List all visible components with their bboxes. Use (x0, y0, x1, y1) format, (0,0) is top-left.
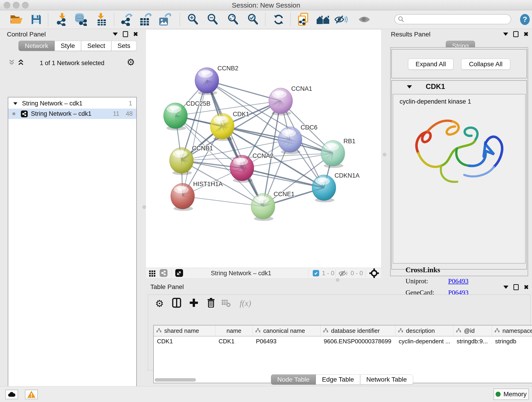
collapse-all-button[interactable]: Collapse All (461, 59, 510, 70)
results-buttons-box: Expand All Collapse All (391, 49, 527, 78)
search-input[interactable] (404, 16, 503, 23)
collection-expand-icon[interactable] (13, 102, 17, 105)
panel-float-icon[interactable] (123, 31, 128, 37)
column-header-name[interactable]: name (215, 325, 253, 336)
bottom-splitter-handle[interactable] (336, 278, 339, 282)
crosslinks-title: CrossLinks (405, 266, 525, 274)
tab-select[interactable]: Select (81, 41, 111, 51)
expand-all-button[interactable]: Expand All (408, 59, 453, 70)
search-field[interactable] (394, 14, 511, 24)
show-columns-icon[interactable] (172, 298, 181, 309)
create-column-icon[interactable] (189, 298, 198, 308)
column-header-shared-name[interactable]: shared name (154, 325, 215, 336)
open-in-window-icon[interactable] (175, 269, 183, 277)
protein-detail-box: cyclin-dependent kinase 1 CrossL (393, 94, 526, 264)
cloud-status-button[interactable] (5, 390, 18, 399)
network-node-CDKN1A[interactable]: CDKN1A (312, 172, 360, 202)
tab-sets[interactable]: Sets (111, 41, 137, 51)
column-header--id[interactable]: @id (453, 325, 492, 336)
main-toolbar: ? (0, 10, 532, 29)
table-horizontal-scrollbar[interactable] (155, 378, 196, 382)
tab-network[interactable]: Network (19, 41, 55, 51)
export-image-icon[interactable] (158, 13, 171, 26)
zoom-out-icon[interactable] (207, 13, 218, 26)
right-splitter-handle[interactable] (383, 153, 386, 156)
network-share-icon[interactable] (160, 269, 167, 277)
tab-network-table[interactable]: Network Table (360, 375, 413, 385)
column-header-canonical-name[interactable]: canonical name (253, 325, 321, 336)
protein-description: cyclin-dependent kinase 1 (399, 98, 471, 105)
panel-close-icon[interactable]: ✖ (133, 31, 138, 37)
network-node-CDC25B[interactable]: CDC25B (164, 100, 210, 130)
table-cell: P06493 (253, 337, 321, 346)
panel-float-icon[interactable] (513, 31, 519, 37)
tab-node-table[interactable]: Node Table (271, 375, 316, 385)
refresh-layout-icon[interactable] (273, 14, 284, 25)
export-network-icon[interactable] (120, 13, 133, 26)
protein-collapse-icon[interactable] (407, 85, 412, 89)
node-label-CDKN1A: CDKN1A (335, 172, 360, 179)
panel-menu-icon[interactable] (113, 32, 118, 36)
help-icon[interactable]: ? (520, 14, 530, 25)
node-label-RB1: RB1 (343, 138, 355, 145)
duplicate-network-icon[interactable] (297, 13, 309, 26)
table-row[interactable]: CDK1CDK1P064939606.ENSP00000378699cyclin… (154, 337, 532, 346)
network-canvas[interactable]: CCNB2CCNA1CDC25BCDK1CDC6RB1CCNB1CCNA2CDK… (146, 30, 381, 268)
network-edge-CCNB2-HIST1H1A[interactable] (183, 80, 207, 196)
import-network-database-icon[interactable] (75, 13, 87, 26)
zoom-in-icon[interactable] (187, 13, 199, 26)
network-options-gear-icon[interactable]: ⚙ (127, 57, 135, 67)
network-node-CCNB1[interactable]: CCNB1 (170, 145, 213, 175)
import-table-icon[interactable] (96, 13, 107, 26)
delete-column-icon[interactable] (207, 298, 215, 308)
network-collection-row[interactable]: String Network – cdk1 1 (8, 98, 136, 109)
panel-menu-icon[interactable] (503, 32, 508, 36)
panel-menu-icon[interactable] (503, 286, 508, 289)
panel-close-icon[interactable]: ✖ (524, 31, 529, 37)
tab-style[interactable]: Style (55, 41, 81, 51)
svg-text:?: ? (523, 15, 527, 23)
selected-nodes-checkbox[interactable] (313, 270, 319, 276)
left-splitter-handle[interactable] (143, 205, 146, 209)
function-builder-icon[interactable]: f(x) (240, 298, 251, 308)
network-row-selected[interactable]: String Network – cdk1 11 48 (8, 109, 136, 119)
hidden-counts: 0 - 0 (351, 270, 363, 277)
export-table-icon[interactable] (139, 13, 152, 26)
network-node-HIST1H1A[interactable]: HIST1H1A (171, 181, 223, 211)
import-network-icon[interactable] (56, 13, 68, 26)
network-node-CCNE1[interactable]: CCNE1 (251, 191, 295, 221)
network-node-CCNB2[interactable]: CCNB2 (195, 65, 239, 95)
open-session-icon[interactable] (10, 14, 23, 25)
warning-status-button[interactable] (25, 390, 38, 399)
control-panel-title: Control Panel (7, 31, 46, 38)
memory-button[interactable]: Memory (494, 389, 529, 400)
title-bar: Session: New Session (0, 0, 532, 10)
panel-close-icon[interactable]: ✖ (524, 284, 529, 290)
search-icon (398, 16, 404, 22)
delete-table-icon[interactable] (221, 299, 230, 308)
network-node-RB1[interactable]: RB1 (321, 138, 355, 168)
first-neighbors-icon[interactable] (316, 14, 330, 25)
column-header-description[interactable]: description (395, 325, 453, 336)
network-edge-HIST1H1A-CCNE1[interactable] (183, 196, 263, 206)
zoom-fit-icon[interactable] (227, 13, 239, 26)
network-view-toolbar: String Network – cdk1 1 - 0 0 - 0 (146, 268, 381, 279)
hide-selected-icon[interactable] (335, 14, 348, 25)
panel-float-icon[interactable] (513, 284, 519, 290)
zoom-selected-icon[interactable] (247, 13, 259, 26)
network-tree: String Network – cdk1 1 String Network –… (8, 97, 137, 402)
network-node-CDK1[interactable]: CDK1 (210, 111, 249, 141)
fit-selected-target-icon[interactable] (369, 268, 379, 278)
show-all-icon[interactable] (358, 15, 370, 24)
node-label-CCNE1: CCNE1 (273, 191, 295, 198)
column-header-database-identifier[interactable]: database identifier (321, 325, 395, 336)
table-options-gear-icon[interactable]: ⚙ (155, 298, 164, 309)
save-session-icon[interactable] (31, 14, 42, 25)
tab-edge-table[interactable]: Edge Table (316, 375, 360, 385)
cloud-icon (8, 392, 16, 397)
network-node-CDC6[interactable]: CDC6 (278, 124, 317, 154)
node-label-CCNB1: CCNB1 (192, 145, 213, 152)
control-panel: Control Panel ✖ NetworkStyleSelectSets 1… (2, 30, 142, 380)
grid-view-icon[interactable] (149, 270, 155, 277)
column-header-namespace[interactable]: namespace (492, 325, 532, 336)
